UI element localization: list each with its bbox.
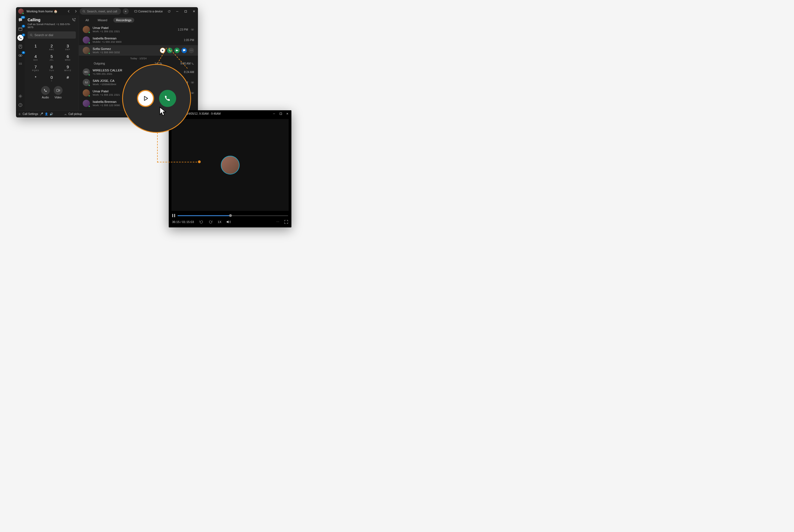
svg-rect-29 <box>174 214 175 217</box>
row-time: 1:23 PM <box>178 28 194 31</box>
more-button[interactable]: ⋯ <box>189 48 194 53</box>
rail-apps[interactable] <box>17 61 23 67</box>
keypad: 1 2ABC3DEF4GHI5JKL6MNO7PQRS8TUV9WXYZ* 0+… <box>27 42 76 83</box>
player-close[interactable]: ✕ <box>285 112 289 115</box>
more-options-button[interactable]: ⋯ <box>276 220 279 224</box>
svg-rect-4 <box>19 45 22 48</box>
call-settings-link[interactable]: Call Settings 🎤 👤 🔊 <box>18 112 53 115</box>
player-maximize[interactable] <box>279 112 283 115</box>
progress-thumb[interactable] <box>229 214 232 217</box>
tab-all[interactable]: All <box>83 18 92 23</box>
keypad-key-2[interactable]: 2ABC <box>43 42 60 52</box>
status-text: Working from home 🏠 <box>26 10 58 13</box>
call-detail-row: Outgoing1m 3s9:30 AM <box>79 61 198 67</box>
svg-point-11 <box>19 64 20 64</box>
add-button[interactable]: + <box>123 8 129 14</box>
global-search[interactable]: Search, meet, and call <box>80 8 121 15</box>
time-display: 36:15 / 01:15:03 <box>172 220 194 224</box>
rewind-button[interactable] <box>199 220 204 224</box>
device-icon <box>134 10 137 13</box>
nav-back[interactable] <box>67 9 71 14</box>
call-pickup-link[interactable]: Call pickup <box>64 112 82 115</box>
list-tabs: All Missed Recordings <box>79 15 198 24</box>
keypad-key-8[interactable]: 8TUV <box>43 63 60 73</box>
play-recording-button-zoom[interactable] <box>137 90 154 107</box>
volume-button[interactable] <box>226 220 231 224</box>
svg-point-0 <box>83 10 84 12</box>
keypad-key-1[interactable]: 1 <box>27 42 43 52</box>
keypad-key-4[interactable]: 4GHI <box>27 53 43 62</box>
row-name: Umar Patel <box>93 26 175 30</box>
row-sub: Mobile: +1 555 232 9900 <box>93 40 181 43</box>
recording-row[interactable]: Umar PatelWork: +1 359 231 23211:23 PM <box>79 24 198 35</box>
keypad-key-6[interactable]: 6MNO <box>60 53 76 62</box>
gear-small-icon <box>18 113 21 115</box>
tab-missed[interactable]: Missed <box>95 18 110 23</box>
forward-button[interactable] <box>208 220 213 224</box>
rail-chat[interactable]: 20 <box>17 17 23 23</box>
keypad-key-*[interactable]: * <box>27 74 43 83</box>
rail-help[interactable]: ? <box>17 102 23 108</box>
svg-point-8 <box>19 63 20 63</box>
forward-icon <box>208 220 213 224</box>
recording-row[interactable]: Sofia GomezWork: +1 555 900 3232⋯ <box>79 45 198 56</box>
refresh-icon[interactable] <box>167 10 171 13</box>
phone-out-icon[interactable] <box>72 18 76 22</box>
speaker-avatar <box>221 156 240 174</box>
keypad-key-3[interactable]: 3DEF <box>60 42 76 52</box>
svg-point-26 <box>19 114 20 114</box>
window-close[interactable]: ✕ <box>192 10 196 13</box>
gear-icon <box>18 94 22 98</box>
keypad-key-0[interactable]: 0+ <box>43 74 60 83</box>
svg-point-24 <box>191 92 192 94</box>
keypad-key-#[interactable]: # <box>60 74 76 83</box>
fullscreen-button[interactable] <box>284 220 288 224</box>
svg-point-7 <box>20 55 22 56</box>
rail-calendar[interactable]: 2 <box>17 26 23 32</box>
player-window: Gomez | 2024/05/12, 9:30AM - 9:46AM ─ ✕ … <box>169 110 291 227</box>
callout-endpoint <box>198 160 201 163</box>
chat-button[interactable] <box>182 48 187 53</box>
row-avatar <box>83 26 90 33</box>
svg-point-9 <box>20 63 21 63</box>
rail-contacts[interactable] <box>17 43 23 50</box>
speed-button[interactable]: 1X <box>218 220 221 224</box>
video-call-button[interactable] <box>174 48 180 53</box>
connect-device[interactable]: Connect to a device <box>134 10 163 13</box>
window-minimize[interactable]: ─ <box>175 10 179 13</box>
phone-icon <box>19 36 22 40</box>
tab-recordings[interactable]: Recordings <box>113 18 134 23</box>
svg-point-20 <box>192 29 194 30</box>
svg-text:?: ? <box>20 104 21 107</box>
search-dial-input[interactable]: Search or dial <box>27 32 76 39</box>
player-minimize[interactable]: ─ <box>272 112 276 115</box>
svg-point-22 <box>191 82 192 83</box>
voicemail-icon <box>18 54 22 57</box>
chat-badge: 20 <box>21 16 25 19</box>
video-call-button[interactable]: Video <box>54 86 62 99</box>
progress-track[interactable] <box>177 215 288 216</box>
svg-point-12 <box>20 64 21 64</box>
progress-fill <box>177 215 230 216</box>
window-maximize[interactable] <box>184 10 187 13</box>
keypad-key-7[interactable]: 7PQRS <box>27 63 43 73</box>
svg-rect-28 <box>172 214 173 217</box>
row-avatar <box>83 47 90 54</box>
keypad-key-9[interactable]: 9WXYZ <box>60 63 76 73</box>
audio-call-button-zoom[interactable] <box>159 90 176 107</box>
row-time: 1:05 PM <box>184 39 194 42</box>
audio-call-button[interactable]: Audio <box>41 86 50 99</box>
svg-rect-2 <box>185 11 187 13</box>
keypad-key-5[interactable]: 5JKL <box>43 53 60 62</box>
self-avatar[interactable] <box>18 8 24 14</box>
rail-calling[interactable]: 2 <box>17 35 23 41</box>
recording-row[interactable]: Isabella BrennanMobile: +1 555 232 99001… <box>79 35 198 45</box>
rail-voicemail[interactable]: 4 <box>17 52 23 58</box>
rail-settings[interactable] <box>17 93 23 99</box>
pause-button[interactable] <box>172 214 175 217</box>
voicemail-icon <box>191 92 194 94</box>
nav-forward[interactable] <box>73 9 78 14</box>
svg-point-5 <box>20 46 21 46</box>
svg-point-6 <box>19 55 20 56</box>
svg-point-25 <box>192 92 194 94</box>
